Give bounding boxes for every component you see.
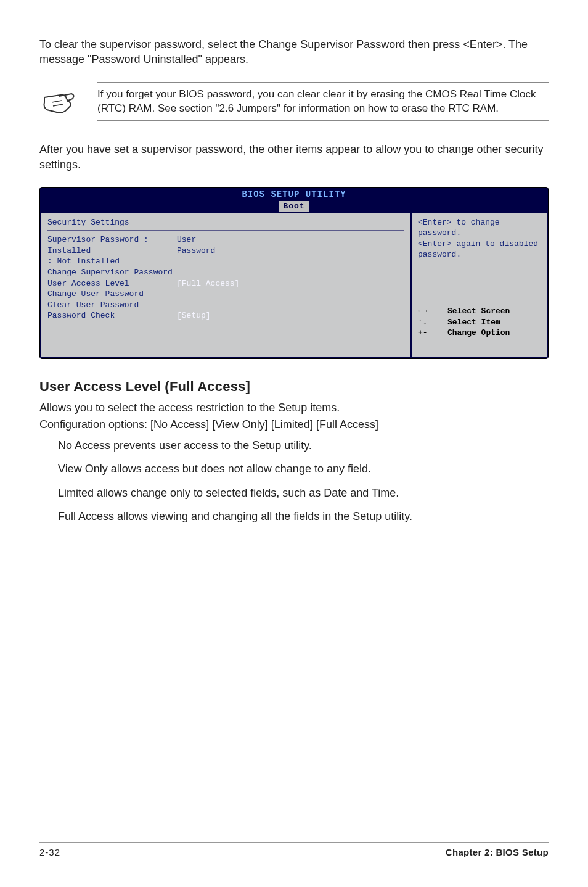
bios-help-2: <Enter> again to disabled password. [418, 239, 542, 260]
page-footer: 2-32 Chapter 2: BIOS Setup [39, 842, 549, 859]
bios-item-change-user: Change User Password [47, 289, 404, 300]
bios-legend-row: ←→ Select Screen [418, 306, 542, 317]
bios-left-pane: Security Settings Supervisor Password : … [40, 212, 411, 358]
bios-legend-txt: Select Screen [447, 306, 510, 317]
note-text: If you forget your BIOS password, you ca… [97, 88, 536, 114]
bios-legend-row: ↑↓ Select Item [418, 317, 542, 328]
list-item: View Only allows access but does not all… [58, 461, 549, 476]
bios-userpw-label: User Password [177, 235, 215, 255]
section-heading: User Access Level (Full Access] [39, 377, 549, 396]
bios-password-check-value: [Setup] [177, 310, 211, 321]
bios-legend-txt: Select Item [447, 317, 500, 328]
bios-title: BIOS SETUP UTILITY [242, 189, 346, 199]
bios-item-user-access: User Access Level [Full Access] [47, 278, 404, 289]
bios-legend-key: ←→ [418, 306, 447, 317]
paragraph-intro-1: To clear the supervisor password, select… [39, 37, 549, 67]
options-list: No Access prevents user access to the Se… [58, 438, 549, 524]
note-block: If you forget your BIOS password, you ca… [39, 82, 549, 122]
bios-tab-boot: Boot [279, 201, 308, 212]
bios-legend: ←→ Select Screen ↑↓ Select Item +- Chang… [418, 306, 542, 339]
section-config-options: Configuration options: [No Access] [View… [39, 417, 549, 432]
bios-legend-key: ↑↓ [418, 317, 447, 328]
bios-help-1: <Enter> to change password. [418, 217, 542, 239]
section-desc: Allows you to select the access restrict… [39, 400, 549, 415]
note-hand-icon [41, 89, 78, 123]
chapter-title: Chapter 2: BIOS Setup [446, 846, 549, 859]
page-number: 2-32 [39, 846, 60, 859]
bios-user-row: : Not Installed [47, 256, 404, 267]
bios-userpw-value: Not Installed [57, 257, 120, 266]
list-item: Limited allows change only to selected f… [58, 485, 549, 500]
bios-legend-key: +- [418, 328, 447, 339]
bios-screenshot: BIOS SETUP UTILITY Boot Security Setting… [39, 187, 549, 359]
bios-legend-row: +- Change Option [418, 328, 542, 339]
bios-item-change-supervisor: Change Supervisor Password [47, 267, 404, 278]
bios-sup-value: Installed [47, 246, 91, 255]
bios-sup-label: Supervisor Password [47, 235, 139, 244]
paragraph-intro-2: After you have set a supervisor password… [39, 142, 549, 172]
svg-line-1 [53, 104, 63, 106]
bios-legend-txt: Change Option [447, 328, 510, 339]
bios-user-access-value: [Full Access] [177, 278, 239, 289]
svg-line-0 [52, 101, 62, 102]
bios-item-password-check: Password Check [Setup] [47, 310, 404, 321]
bios-supervisor-row: Supervisor Password : Installed User Pas… [47, 234, 404, 256]
bios-right-pane: <Enter> to change password. <Enter> agai… [411, 212, 548, 358]
list-item: Full Access allows viewing and changing … [58, 509, 549, 524]
bios-security-heading: Security Settings [47, 217, 404, 228]
list-item: No Access prevents user access to the Se… [58, 438, 549, 453]
bios-item-clear-user: Clear User Password [47, 300, 404, 311]
